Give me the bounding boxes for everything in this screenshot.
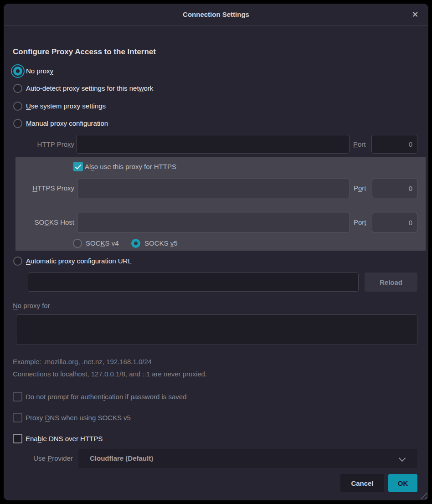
reload-button[interactable]: Reload	[365, 273, 417, 292]
no-proxy-note-text: Connections to localhost, 127.0.0.1/8, a…	[13, 370, 207, 379]
ok-button[interactable]: OK	[388, 474, 417, 492]
connection-settings-dialog: Connection Settings ✕ Configure Proxy Ac…	[4, 4, 428, 500]
manual-proxy-panel: Also use this proxy for HTTPS HTTPS Prox…	[15, 157, 426, 251]
http-port-input[interactable]	[371, 135, 417, 154]
radio-auto-config-url[interactable]	[13, 257, 22, 266]
close-icon[interactable]: ✕	[410, 10, 420, 20]
proxy-dns-socks5-checkbox[interactable]	[13, 413, 22, 422]
enable-doh-label[interactable]: Enable DNS over HTTPS	[26, 434, 103, 443]
proxy-dns-socks5-label[interactable]: Proxy DNS when using SOCKS v5	[26, 413, 131, 422]
socks-host-input[interactable]	[77, 213, 350, 232]
dialog-titlebar: Connection Settings ✕	[4, 4, 428, 26]
radio-label-socks-v4[interactable]: SOCKS v4	[86, 239, 119, 248]
radio-label-socks-v5[interactable]: SOCKS v5	[144, 239, 178, 248]
https-port-label: Port	[354, 184, 366, 193]
socks-port-input[interactable]	[372, 213, 417, 232]
http-proxy-input[interactable]	[76, 135, 350, 154]
http-port-label: Port	[353, 140, 366, 149]
no-prompt-auth-label[interactable]: Do not prompt for authentication if pass…	[26, 392, 187, 401]
provider-dropdown-value: Cloudflare (Default)	[90, 449, 153, 468]
https-port-input[interactable]	[372, 179, 417, 198]
also-https-checkbox[interactable]	[73, 162, 83, 171]
https-proxy-input[interactable]	[77, 179, 350, 198]
socks-port-label: Port	[354, 218, 366, 227]
radio-label-system-proxy[interactable]: Use system proxy settings	[26, 102, 106, 111]
radio-system-proxy[interactable]	[13, 102, 22, 111]
radio-no-proxy[interactable]	[13, 67, 22, 76]
radio-auto-detect[interactable]	[13, 84, 22, 93]
radio-label-no-proxy[interactable]: No proxy	[26, 67, 53, 76]
chevron-down-icon	[399, 455, 406, 462]
radio-manual-proxy[interactable]	[13, 119, 22, 128]
no-proxy-for-textarea[interactable]	[16, 314, 417, 345]
use-provider-label: Use Provider	[13, 454, 73, 463]
https-proxy-label: HTTPS Proxy	[15, 184, 74, 193]
radio-label-auto-detect[interactable]: Auto-detect proxy settings for this netw…	[26, 84, 153, 93]
provider-dropdown[interactable]: Cloudflare (Default)	[78, 449, 417, 468]
no-proxy-for-label: No proxy for	[13, 301, 50, 310]
page-title: Configure Proxy Access to the Internet	[13, 47, 156, 57]
cancel-button[interactable]: Cancel	[340, 474, 384, 492]
radio-socks-v5[interactable]	[131, 239, 140, 248]
radio-socks-v4[interactable]	[73, 239, 82, 248]
radio-label-manual-proxy[interactable]: Manual proxy configuration	[26, 119, 108, 128]
no-prompt-auth-checkbox[interactable]	[13, 392, 22, 401]
no-proxy-example-text: Example: .mozilla.org, .net.nz, 192.168.…	[13, 357, 152, 366]
resize-grip[interactable]	[419, 491, 427, 499]
enable-doh-checkbox[interactable]	[13, 434, 22, 443]
dialog-title: Connection Settings	[4, 4, 428, 25]
radio-label-auto-config-url[interactable]: Automatic proxy configuration URL	[26, 257, 132, 266]
auto-config-url-input[interactable]	[28, 273, 359, 292]
socks-host-label: SOCKS Host	[15, 218, 74, 227]
also-https-checkbox-label[interactable]: Also use this proxy for HTTPS	[85, 162, 176, 171]
http-proxy-label: HTTP Proxy	[13, 140, 74, 149]
